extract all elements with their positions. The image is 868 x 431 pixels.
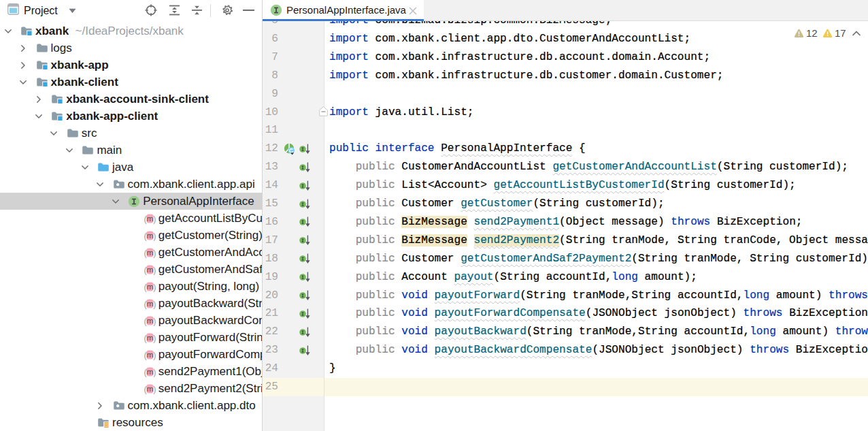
- svg-text:): ): [153, 249, 156, 258]
- svg-text:m: m: [147, 300, 154, 308]
- svg-text:): ): [153, 300, 156, 309]
- svg-text:m: m: [147, 351, 154, 359]
- svg-text:): ): [153, 368, 156, 377]
- svg-text:m: m: [147, 317, 154, 325]
- svg-text:m: m: [147, 385, 154, 393]
- svg-text:): ): [153, 385, 156, 394]
- svg-text:m: m: [147, 283, 154, 291]
- svg-text:): ): [153, 317, 156, 326]
- svg-text:m: m: [147, 334, 154, 342]
- svg-text:): ): [153, 351, 156, 360]
- svg-text:): ): [153, 214, 156, 224]
- svg-text:m: m: [147, 232, 154, 240]
- svg-text:): ): [153, 232, 156, 241]
- svg-text:m: m: [147, 368, 154, 376]
- svg-text:m: m: [147, 266, 154, 274]
- svg-text:m: m: [147, 214, 154, 223]
- svg-text:): ): [153, 283, 156, 292]
- svg-text:): ): [153, 334, 156, 343]
- svg-text:): ): [153, 266, 156, 275]
- svg-text:m: m: [147, 249, 154, 257]
